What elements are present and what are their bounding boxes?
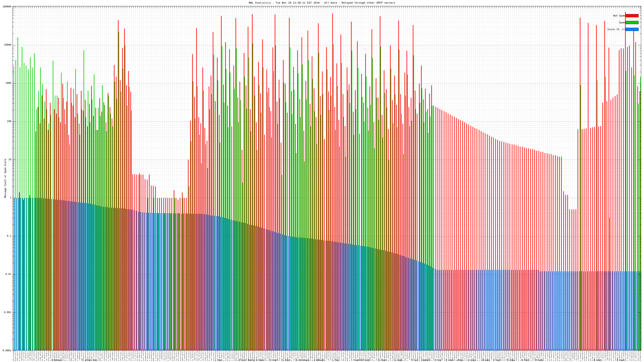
x-category-label: 8(0)spam.spamrats.com xyxy=(548,351,550,361)
grid-vertical xyxy=(465,6,465,351)
axis-tick xyxy=(554,349,554,351)
score-bar xyxy=(630,271,631,351)
legend-swatch xyxy=(626,14,638,17)
x-category-label: 1(1)tor.dan.me.uk xyxy=(163,351,164,361)
axis-tick xyxy=(630,6,630,8)
x-category-label: 3(0)truncate.gbudb.net xyxy=(38,351,39,361)
score-bar xyxy=(282,235,283,351)
score-bar xyxy=(338,242,338,351)
x-category-label: 2(1)black.mail.abusix.zone xyxy=(147,351,148,361)
x-category-label: 1(2)bl.spamcop.net xyxy=(182,351,183,361)
score-bar xyxy=(98,206,99,351)
score-bar xyxy=(344,243,344,351)
not-spam-bar xyxy=(151,186,152,351)
grid-vertical xyxy=(523,6,523,351)
axis-tick xyxy=(80,349,80,351)
x-category-label: 7(3)dnsbl.sorbs.net xyxy=(101,351,103,361)
score-bar xyxy=(575,271,575,351)
axis-tick xyxy=(298,6,298,8)
score-bar xyxy=(346,244,346,351)
axis-tick xyxy=(300,6,300,8)
axis-tick xyxy=(342,6,342,8)
not-spam-bar xyxy=(512,144,512,351)
score-bar xyxy=(556,271,557,351)
axis-tick xyxy=(374,349,375,351)
score-bar xyxy=(591,271,592,351)
axis-tick xyxy=(525,349,525,351)
score-bar xyxy=(115,208,116,351)
score-bar xyxy=(579,271,580,351)
axis-tick xyxy=(640,218,641,218)
axis-tick xyxy=(410,349,410,351)
axis-tick xyxy=(640,242,641,242)
axis-tick xyxy=(13,49,14,49)
score-bar xyxy=(641,271,642,351)
grid-vertical xyxy=(455,6,455,351)
axis-tick xyxy=(40,349,41,351)
score-bar xyxy=(445,270,446,351)
axis-tick xyxy=(640,180,641,180)
axis-tick xyxy=(463,6,463,8)
score-bar xyxy=(140,212,140,351)
axis-tick xyxy=(53,6,53,8)
score-bar xyxy=(420,262,421,351)
axis-tick xyxy=(360,349,360,351)
x-category-label: 0(2)rbl.megarbl.net xyxy=(569,351,571,361)
axis-tick xyxy=(131,6,132,8)
chart-title: RBL Statistics - Tue Nov 29 12:58:12 EST… xyxy=(0,1,644,4)
axis-tick xyxy=(210,6,210,8)
axis-tick xyxy=(220,6,220,8)
score-bar xyxy=(426,265,427,351)
axis-tick xyxy=(144,349,144,351)
axis-tick xyxy=(356,349,356,351)
axis-tick xyxy=(30,349,30,351)
score-bar xyxy=(577,271,578,351)
axis-tick xyxy=(640,251,641,252)
grid-vertical xyxy=(498,6,498,351)
axis-tick xyxy=(640,339,641,340)
score-bar xyxy=(235,221,235,351)
not-spam-bar xyxy=(631,67,632,351)
axis-tick xyxy=(106,349,107,351)
axis-tick xyxy=(378,6,379,8)
score-bar xyxy=(373,248,373,351)
x-category-label: 2(1)b.barracudacentral.org xyxy=(592,351,593,361)
score-bar xyxy=(167,213,167,351)
axis-tick xyxy=(640,290,641,290)
axis-tick xyxy=(339,349,340,351)
axis-tick xyxy=(195,349,195,351)
x-category-label: 4(3)bl.nordspam.com xyxy=(225,351,226,361)
score-bar xyxy=(606,271,606,351)
axis-tick xyxy=(444,6,445,8)
axis-tick xyxy=(117,6,117,8)
score-bar xyxy=(160,213,161,351)
axis-tick xyxy=(638,6,638,8)
axis-tick xyxy=(212,349,212,351)
x-category-label: 2(3)backscatter.spameatingmonkey.net xyxy=(480,351,482,361)
axis-tick xyxy=(185,349,185,351)
x-category-label: 0(0)bogons.cymru.com xyxy=(161,351,162,361)
x-category-label: 5(2)dnsbl.cobion.com xyxy=(561,351,562,361)
axis-tick xyxy=(436,6,436,8)
not-spam-bar xyxy=(491,137,492,351)
axis-tick xyxy=(622,349,622,351)
score-bar xyxy=(462,270,462,351)
not-spam-bar xyxy=(287,113,288,351)
axis-tick xyxy=(521,349,521,351)
grid-vertical xyxy=(550,6,550,351)
grid-vertical xyxy=(463,6,463,351)
axis-tick xyxy=(473,6,474,8)
axis-tick xyxy=(640,283,641,283)
grid-vertical xyxy=(516,6,517,351)
axis-tick xyxy=(244,349,245,351)
not-spam-bar xyxy=(155,186,156,351)
axis-tick xyxy=(249,6,249,8)
x-category-label: 1(0)bl.spameatingmonkey.net xyxy=(70,351,72,361)
x-sublabel: 2 hops xyxy=(282,359,290,361)
score-bar xyxy=(179,213,180,351)
axis-tick xyxy=(614,6,614,8)
score-bar xyxy=(272,231,272,351)
grid-vertical xyxy=(531,6,531,351)
axis-tick xyxy=(13,53,14,54)
x-category-label: 0(2)bl.spamcop.net xyxy=(346,351,348,361)
